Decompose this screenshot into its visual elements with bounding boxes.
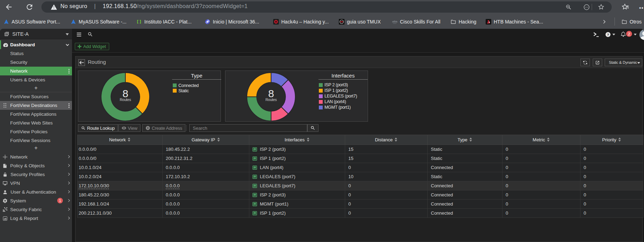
svg-text:cisco: cisco xyxy=(393,22,396,24)
svg-text:NK: NK xyxy=(340,21,343,23)
svg-text:?: ? xyxy=(607,33,609,36)
